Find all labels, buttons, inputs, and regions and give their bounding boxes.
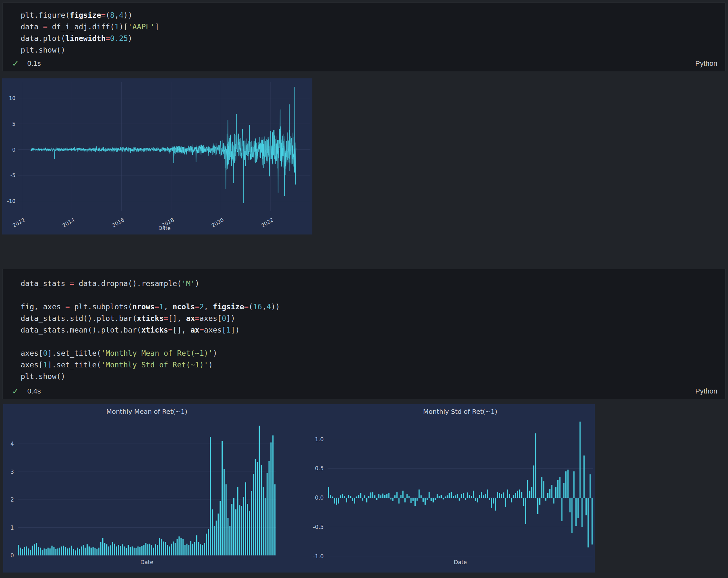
code-line[interactable]: fig, axes = plt.subplots(nrows=1, ncols=… [21, 301, 725, 312]
bar [396, 492, 397, 498]
bar [155, 544, 156, 555]
bar [461, 494, 462, 498]
bar [564, 483, 564, 498]
y-tick-label: 0.0 [315, 494, 324, 501]
code-editor[interactable]: data_stats = data.dropna().resample('M')… [3, 269, 725, 382]
code-token: = [244, 303, 249, 311]
bar [218, 514, 219, 555]
y-tick-label: 0 [12, 147, 16, 153]
bar [334, 498, 335, 503]
code-line[interactable]: plt.show() [21, 44, 725, 56]
code-line[interactable]: data_stats = data.dropna().resample('M') [21, 278, 725, 289]
bar [372, 492, 373, 498]
code-token: xticks [137, 314, 164, 323]
bar [559, 477, 560, 498]
code-line[interactable]: data.plot(linewidth=0.25) [21, 33, 725, 44]
code-token: = [195, 314, 200, 323]
bar [487, 490, 488, 498]
bar [159, 538, 160, 555]
code-editor[interactable]: plt.figure(figsize=(8,4))data = df_i_adj… [3, 3, 725, 56]
y-tick-label: 1 [10, 524, 14, 531]
bar [344, 496, 345, 498]
bar [422, 498, 423, 502]
code-token: , [262, 303, 266, 311]
code-line[interactable]: data_stats.mean().plot.bar(xticks=[], ax… [21, 324, 725, 336]
bar [34, 544, 35, 555]
y-tick-label: 3 [10, 469, 14, 475]
code-line[interactable] [21, 289, 725, 301]
y-tick-label: 0.5 [315, 465, 324, 472]
language-picker[interactable]: Python [695, 59, 718, 68]
code-token: 1 [226, 326, 231, 334]
bar [529, 491, 530, 498]
bar [431, 498, 432, 501]
bar [570, 498, 571, 512]
bar [71, 546, 72, 555]
bar [165, 542, 166, 555]
bar [447, 495, 448, 498]
bar [386, 494, 387, 498]
language-picker[interactable]: Python [695, 387, 718, 395]
bar [443, 498, 444, 499]
bar [243, 497, 244, 555]
bar [547, 493, 548, 498]
bar [398, 498, 399, 503]
bar [89, 546, 90, 555]
bar [124, 546, 125, 555]
bar [448, 493, 449, 498]
bar [253, 474, 254, 555]
code-token: ax [186, 314, 195, 323]
bar [38, 547, 39, 555]
bar [188, 545, 189, 555]
bar [583, 456, 584, 498]
bar [573, 471, 574, 498]
bar [261, 465, 262, 555]
bar [228, 518, 229, 555]
bar [59, 548, 60, 555]
code-token: ax [190, 326, 200, 334]
code-token: ]) [226, 314, 235, 323]
bar [356, 496, 357, 498]
bar [362, 498, 363, 501]
code-token: = [155, 303, 159, 311]
bar [151, 545, 152, 555]
code-line[interactable]: plt.figure(figsize=(8,4)) [21, 9, 725, 21]
success-check-icon: ✓ [12, 56, 19, 71]
code-line[interactable]: data_stats.std().plot.bar(xticks=[], ax=… [21, 312, 725, 324]
code-token: [], [168, 314, 186, 323]
code-line[interactable]: axes[0].set_title('Monthly Mean of Ret(~… [21, 348, 725, 359]
bar [73, 549, 74, 555]
y-tick-label: -10 [7, 198, 16, 204]
bar [145, 543, 146, 555]
bar [106, 544, 107, 555]
bar [274, 484, 275, 555]
bar [200, 544, 201, 555]
bar [404, 498, 405, 502]
bar [220, 501, 221, 555]
code-line[interactable]: data = df_i_adj.diff(1)['AAPL'] [21, 21, 725, 33]
bar [485, 494, 486, 498]
bar [44, 548, 45, 555]
code-token: figsize [213, 303, 244, 311]
bar [382, 494, 383, 498]
bar [210, 437, 211, 555]
bar [204, 543, 205, 555]
bar [499, 493, 500, 498]
code-line[interactable]: axes[1].set_title('Monthly Std of Ret(~1… [21, 359, 725, 370]
bar [562, 498, 563, 521]
bar [477, 498, 478, 502]
bar [139, 547, 140, 555]
bar [378, 494, 379, 498]
bar [481, 492, 482, 498]
bar [350, 496, 351, 498]
bar [475, 498, 476, 501]
code-token: , [114, 11, 119, 19]
code-line[interactable]: plt.show() [21, 370, 725, 382]
bar [553, 498, 554, 503]
code-token: [], [173, 326, 190, 334]
bar [149, 544, 150, 555]
code-token: ( [106, 11, 110, 19]
bar [545, 498, 546, 501]
code-line[interactable] [21, 336, 725, 348]
bar [93, 547, 94, 555]
